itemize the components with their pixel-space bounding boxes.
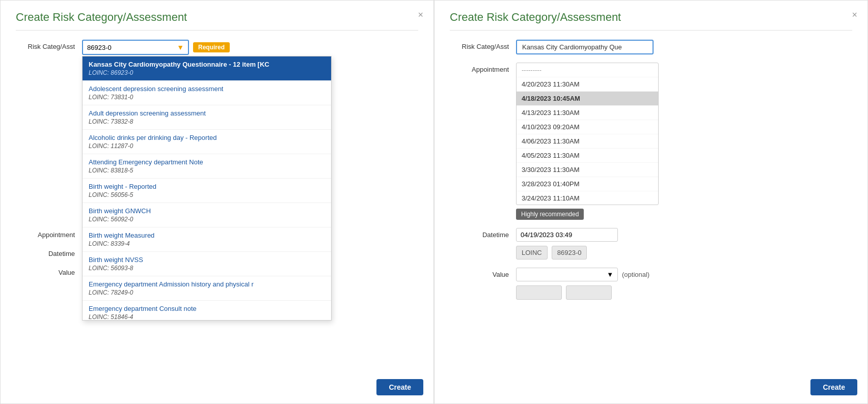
left-bottom-bar: Create <box>376 379 423 395</box>
highly-recommended-badge: Highly recommended <box>516 209 584 220</box>
appointment-item[interactable]: 3/30/2023 11:30AM <box>517 163 658 177</box>
right-appointment-list[interactable]: ---------4/20/2023 11:30AM4/18/2023 10:4… <box>516 63 659 205</box>
right-appointment-label: Appointment <box>450 63 516 73</box>
right-empty-box-2 <box>566 285 612 300</box>
right-loinc-row: LOINC 86923-0 <box>516 246 852 259</box>
left-risk-select[interactable]: 86923-0 ▼ <box>82 40 189 55</box>
left-value-label: Value <box>16 266 82 276</box>
dropdown-item[interactable]: Alcoholic drinks per drinking day - Repo… <box>83 130 331 154</box>
appointment-item[interactable]: 3/28/2023 01:40PM <box>517 177 658 191</box>
right-empty-boxes <box>516 285 852 300</box>
left-risk-dropdown-arrow: ▼ <box>177 43 184 51</box>
right-datetime-row: Datetime LOINC 86923-0 <box>450 228 852 259</box>
right-optional-text: (optional) <box>622 271 649 278</box>
left-close-button[interactable]: × <box>418 10 423 20</box>
left-create-button[interactable]: Create <box>376 379 423 395</box>
appointment-item[interactable]: 4/06/2023 11:30AM <box>517 134 658 149</box>
right-loinc-label: LOINC <box>516 246 548 259</box>
left-risk-select-value: 86923-0 <box>87 44 112 51</box>
right-value-input-group: ▼ (optional) <box>516 268 852 281</box>
dropdown-item-loinc: LOINC: 86923-0 <box>89 69 325 76</box>
appointment-item[interactable]: 4/18/2023 10:45AM <box>517 92 658 106</box>
dropdown-item-loinc: LOINC: 8339-4 <box>89 240 325 247</box>
dropdown-item[interactable]: Birth weight GNWCHLOINC: 56092-0 <box>83 203 331 227</box>
dropdown-item-name: Emergency department Consult note <box>89 305 325 312</box>
left-risk-row: Risk Categ/Asst 86923-0 ▼ Required Kansa… <box>16 40 418 55</box>
dropdown-item-name: Attending Emergency department Note <box>89 158 325 166</box>
right-value-label: Value <box>450 268 516 278</box>
dropdown-item-name: Birth weight Measured <box>89 232 325 239</box>
left-required-badge: Required <box>193 42 230 52</box>
dropdown-item[interactable]: Birth weight NVSSLOINC: 56093-8 <box>83 252 331 276</box>
right-create-button[interactable]: Create <box>810 379 857 395</box>
dropdown-item-loinc: LOINC: 73832-8 <box>89 118 325 125</box>
right-risk-label: Risk Categ/Asst <box>450 40 516 50</box>
dropdown-item[interactable]: Birth weight - ReportedLOINC: 56056-5 <box>83 179 331 203</box>
dropdown-item-loinc: LOINC: 51846-4 <box>89 313 325 321</box>
right-risk-input[interactable] <box>516 40 654 54</box>
right-value-row: Value ▼ (optional) <box>450 268 852 300</box>
dropdown-item-loinc: LOINC: 56056-5 <box>89 191 325 198</box>
right-appointment-control: ---------4/20/2023 11:30AM4/18/2023 10:4… <box>516 63 852 220</box>
left-panel-title: Create Risk Category/Assessment <box>16 11 418 31</box>
dropdown-item-loinc: LOINC: 56092-0 <box>89 216 325 223</box>
dropdown-item[interactable]: Emergency department Consult noteLOINC: … <box>83 301 331 321</box>
right-close-button[interactable]: × <box>852 10 857 20</box>
dropdown-item-name: Alcoholic drinks per drinking day - Repo… <box>89 134 325 141</box>
dropdown-item-loinc: LOINC: 83818-5 <box>89 167 325 174</box>
right-panel-title: Create Risk Category/Assessment <box>450 11 852 31</box>
right-appointment-row: Appointment ---------4/20/2023 11:30AM4/… <box>450 63 852 220</box>
dropdown-item[interactable]: Adult depression screening assessmentLOI… <box>83 105 331 130</box>
dropdown-item-name: Adult depression screening assessment <box>89 109 325 117</box>
left-datetime-label: Datetime <box>16 247 82 257</box>
right-bottom-bar: Create <box>810 379 857 395</box>
dropdown-item-name: Birth weight - Reported <box>89 183 325 190</box>
dropdown-item[interactable]: Emergency department Admission history a… <box>83 276 331 301</box>
right-value-select[interactable]: ▼ <box>516 268 618 281</box>
dropdown-item[interactable]: Adolescent depression screening assessme… <box>83 81 331 105</box>
appointment-item[interactable]: 3/24/2023 11:10AM <box>517 191 658 205</box>
appointment-item[interactable]: 4/13/2023 11:30AM <box>517 106 658 120</box>
appointment-item[interactable]: --------- <box>517 63 658 77</box>
right-risk-control <box>516 40 852 54</box>
left-appointment-label: Appointment <box>16 228 82 239</box>
right-value-control: ▼ (optional) <box>516 268 852 300</box>
left-risk-input-group: 86923-0 ▼ Required <box>82 40 418 55</box>
dropdown-item-name: Emergency department Admission history a… <box>89 280 325 288</box>
right-empty-box-1 <box>516 285 562 300</box>
left-panel: Create Risk Category/Assessment × Risk C… <box>0 0 434 404</box>
left-risk-label: Risk Categ/Asst <box>16 40 82 50</box>
dropdown-item-name: Birth weight GNWCH <box>89 207 325 215</box>
dropdown-item-name: Adolescent depression screening assessme… <box>89 85 325 93</box>
dropdown-item-loinc: LOINC: 78249-0 <box>89 289 325 296</box>
left-risk-dropdown[interactable]: Kansas City Cardiomyopathy Questionnaire… <box>82 56 332 321</box>
right-datetime-control: LOINC 86923-0 <box>516 228 852 259</box>
appointment-item[interactable]: 4/10/2023 09:20AM <box>517 120 658 134</box>
dropdown-item[interactable]: Attending Emergency department NoteLOINC… <box>83 154 331 179</box>
appointment-item[interactable]: 4/05/2023 11:30AM <box>517 149 658 163</box>
right-datetime-input[interactable] <box>516 228 618 242</box>
dropdown-item[interactable]: Birth weight MeasuredLOINC: 8339-4 <box>83 227 331 252</box>
right-value-dropdown-arrow: ▼ <box>607 271 613 278</box>
right-loinc-value: 86923-0 <box>552 246 587 259</box>
right-datetime-label: Datetime <box>450 228 516 239</box>
dropdown-item[interactable]: Kansas City Cardiomyopathy Questionnaire… <box>83 56 331 81</box>
dropdown-item-loinc: LOINC: 11287-0 <box>89 142 325 150</box>
right-panel: Create Risk Category/Assessment × Risk C… <box>434 0 868 404</box>
dropdown-item-loinc: LOINC: 56093-8 <box>89 265 325 272</box>
dropdown-item-loinc: LOINC: 73831-0 <box>89 94 325 101</box>
appointment-item[interactable]: 4/20/2023 11:30AM <box>517 77 658 92</box>
right-risk-row: Risk Categ/Asst <box>450 40 852 54</box>
dropdown-item-name: Kansas City Cardiomyopathy Questionnaire… <box>89 61 325 68</box>
left-risk-control: 86923-0 ▼ Required Kansas City Cardiomyo… <box>82 40 418 55</box>
dropdown-item-name: Birth weight NVSS <box>89 256 325 264</box>
